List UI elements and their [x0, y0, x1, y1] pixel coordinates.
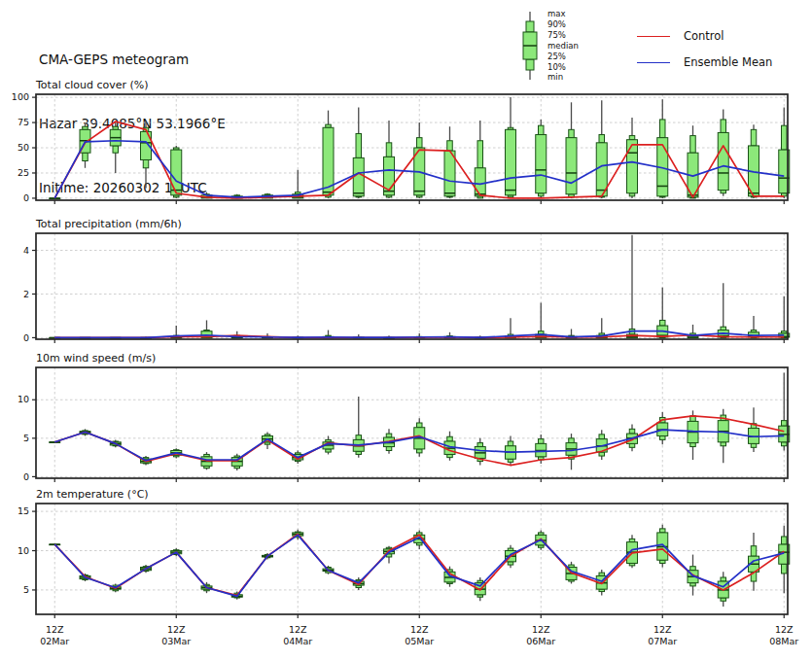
- box: [629, 443, 635, 447]
- box: [447, 141, 453, 151]
- x-tick-hour: 12Z: [532, 624, 550, 635]
- meteogram-panels: Total cloud cover (%)0255075100Total pre…: [0, 0, 812, 661]
- box: [599, 452, 605, 456]
- box: [417, 423, 423, 428]
- box: [721, 327, 726, 330]
- box: [356, 133, 362, 157]
- y-tick-label: 15: [18, 505, 29, 516]
- panel-precipitation: Total precipitation (mm/6h)024: [23, 218, 790, 343]
- box: [475, 168, 485, 196]
- box: [690, 136, 696, 154]
- box: [751, 443, 757, 447]
- box: [143, 159, 149, 167]
- box: [386, 143, 392, 157]
- x-tick-hour: 12Z: [289, 624, 307, 635]
- box: [660, 120, 666, 138]
- x-tick-hour: 12Z: [653, 624, 672, 635]
- box: [566, 138, 577, 194]
- panel-wind-speed: 10m wind speed (m/s)0510: [18, 352, 790, 482]
- box: [596, 143, 607, 196]
- box: [569, 129, 575, 137]
- box: [627, 140, 638, 193]
- box: [477, 443, 483, 447]
- x-tick-hour: 12Z: [167, 624, 186, 635]
- y-tick-label: 100: [12, 91, 29, 102]
- box: [386, 434, 392, 437]
- box: [536, 135, 547, 193]
- panel-title-temperature: 2m temperature (°C): [36, 488, 149, 501]
- y-tick-label: 0: [23, 471, 29, 482]
- box: [690, 567, 696, 571]
- y-tick-label: 0: [23, 332, 29, 343]
- x-axis-labels: 12Z02Mar12Z03Mar12Z04Mar12Z05Mar12Z06Mar…: [40, 624, 798, 646]
- panel-temperature: 2m temperature (°C)51015: [18, 488, 790, 618]
- box: [539, 439, 545, 444]
- y-tick-label: 75: [18, 117, 29, 127]
- x-tick-hour: 12Z: [410, 624, 429, 635]
- box: [721, 577, 726, 581]
- box: [447, 436, 453, 441]
- y-tick-label: 5: [23, 584, 29, 595]
- x-tick-hour: 12Z: [46, 624, 64, 635]
- box: [782, 421, 788, 427]
- box: [629, 429, 635, 434]
- panel-title-wind-speed: 10m wind speed (m/s): [36, 352, 156, 365]
- x-tick-day: 08Mar: [769, 636, 798, 646]
- box: [782, 442, 788, 446]
- meteogram: CMA-GEPS meteogram Hazar 39.4085°N 53.19…: [0, 0, 812, 661]
- box: [353, 157, 364, 195]
- y-tick-label: 2: [23, 289, 29, 299]
- x-tick-day: 03Mar: [161, 636, 191, 646]
- box: [782, 537, 788, 544]
- y-tick-label: 5: [23, 433, 29, 443]
- y-tick-label: 25: [18, 167, 29, 178]
- panel-border: [36, 233, 788, 339]
- box: [718, 132, 728, 190]
- x-tick-day: 02Mar: [40, 636, 69, 646]
- x-tick-day: 05Mar: [405, 636, 434, 646]
- x-tick-hour: 12Z: [775, 624, 794, 635]
- box: [629, 136, 635, 140]
- y-tick-label: 0: [23, 192, 29, 203]
- box: [508, 441, 513, 446]
- y-tick-label: 4: [23, 245, 29, 256]
- box: [417, 138, 423, 148]
- x-tick-day: 07Mar: [648, 636, 677, 646]
- box: [599, 435, 605, 439]
- box: [690, 443, 696, 447]
- box: [782, 125, 788, 150]
- box: [569, 438, 575, 443]
- box: [113, 146, 119, 153]
- box: [539, 125, 545, 134]
- x-tick-day: 06Mar: [526, 636, 555, 646]
- panel-cloud-cover: Total cloud cover (%)0255075100: [12, 79, 790, 204]
- box: [171, 150, 182, 195]
- box: [477, 141, 483, 168]
- box: [721, 120, 726, 132]
- box: [356, 435, 362, 440]
- box: [751, 129, 757, 146]
- box: [660, 320, 666, 326]
- box: [660, 529, 666, 533]
- y-tick-label: 50: [18, 142, 29, 153]
- panel-title-precipitation: Total precipitation (mm/6h): [35, 218, 182, 230]
- y-tick-label: 10: [18, 545, 29, 556]
- box: [721, 442, 726, 446]
- box: [660, 435, 666, 439]
- y-tick-label: 10: [18, 394, 29, 404]
- x-tick-day: 04Mar: [283, 636, 312, 646]
- box: [599, 135, 605, 143]
- box: [83, 153, 88, 160]
- box: [386, 447, 392, 451]
- box: [506, 129, 516, 194]
- box: [751, 546, 757, 557]
- box: [417, 449, 423, 453]
- box: [782, 564, 788, 574]
- panel-title-cloud-cover: Total cloud cover (%): [35, 79, 149, 91]
